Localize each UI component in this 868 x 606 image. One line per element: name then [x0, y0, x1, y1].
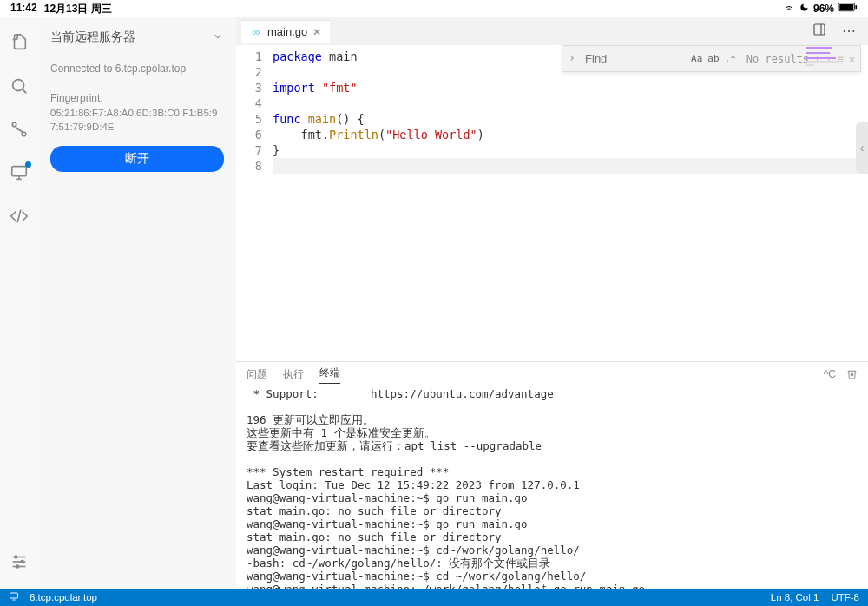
search-icon[interactable]: [10, 76, 29, 96]
svg-rect-17: [814, 24, 825, 35]
remote-indicator[interactable]: [9, 591, 19, 603]
svg-rect-19: [10, 593, 18, 598]
find-input[interactable]: [582, 49, 686, 68]
go-file-icon: ∞: [250, 26, 262, 38]
fingerprint-label: Fingerprint:: [50, 92, 224, 104]
connection-status: Connected to 6.tcp.cpolar.top: [50, 63, 224, 75]
svg-rect-1: [839, 4, 853, 10]
svg-line-4: [23, 89, 26, 93]
chevron-down-icon: [212, 30, 224, 45]
minimap[interactable]: [806, 47, 866, 82]
more-icon[interactable]: ⋯: [842, 23, 856, 40]
svg-point-5: [12, 122, 16, 127]
trash-icon[interactable]: [846, 368, 858, 382]
cursor-position[interactable]: Ln 8, Col 1: [771, 592, 819, 603]
fold-handle[interactable]: ‹: [856, 122, 868, 174]
editor-body[interactable]: 12345678 package main import "fmt" func …: [236, 45, 868, 361]
match-case-icon[interactable]: Aa: [691, 53, 702, 64]
files-icon[interactable]: [10, 33, 29, 52]
regex-icon[interactable]: .*: [725, 53, 736, 64]
encoding[interactable]: UTF-8: [831, 592, 859, 603]
svg-point-16: [16, 565, 19, 568]
tab-problems[interactable]: 问题: [247, 367, 267, 382]
tab-terminal[interactable]: 终端: [319, 366, 340, 384]
line-gutter: 12345678: [236, 45, 273, 361]
source-control-icon[interactable]: [10, 120, 29, 139]
svg-rect-2: [855, 5, 857, 9]
battery-text: 96%: [813, 3, 834, 15]
sidebar-title: 当前远程服务器: [50, 30, 135, 45]
remote-host[interactable]: 6.tcp.cpolar.top: [30, 592, 97, 603]
settings-icon[interactable]: [10, 552, 29, 571]
svg-point-15: [21, 561, 23, 563]
code-content[interactable]: package main import "fmt" func main() { …: [273, 45, 868, 361]
sidebar-header[interactable]: 当前远程服务器: [50, 30, 224, 45]
disconnect-button[interactable]: 断开: [50, 146, 224, 172]
svg-point-3: [13, 80, 24, 91]
remote-icon[interactable]: [10, 163, 29, 182]
remote-sidebar: 当前远程服务器 Connected to 6.tcp.cpolar.top Fi…: [38, 17, 236, 589]
device-statusbar: 11:42 12月13日 周三 96%: [0, 0, 868, 17]
tab-main-go[interactable]: ∞ main.go ✕: [241, 20, 330, 43]
bottom-panel: 问题 执行 终端 ^C * Support: https://ubuntu.co…: [236, 361, 868, 589]
wifi-icon: [783, 3, 795, 16]
layout-icon[interactable]: [812, 23, 826, 40]
find-results: No results: [746, 53, 809, 65]
moon-icon: [799, 3, 809, 15]
svg-line-10: [17, 210, 21, 223]
tab-run[interactable]: 执行: [283, 367, 304, 382]
editor-tabs: ∞ main.go ✕ ⋯: [236, 17, 868, 45]
status-bar: 6.tcp.cpolar.top Ln 8, Col 1 UTF-8: [0, 589, 868, 606]
svg-point-6: [22, 132, 26, 136]
terminal-shortcut[interactable]: ^C: [824, 368, 836, 382]
code-icon[interactable]: [10, 207, 29, 226]
svg-rect-7: [12, 167, 27, 176]
fingerprint-value: 05:21:86:F7:A8:A0:6D:3B:C0:F1:B5:97:51:7…: [50, 106, 224, 134]
tab-label: main.go: [267, 25, 307, 38]
terminal-output[interactable]: * Support: https://ubuntu.com/advantage …: [236, 384, 868, 589]
clock: 11:42: [10, 2, 37, 16]
battery-icon: [838, 3, 858, 15]
expand-find-icon[interactable]: [568, 53, 576, 65]
close-icon[interactable]: ✕: [312, 26, 321, 38]
svg-point-14: [15, 556, 17, 558]
activity-bar: [0, 17, 38, 589]
date: 12月13日 周三: [44, 2, 112, 16]
whole-word-icon[interactable]: ab: [707, 53, 719, 64]
